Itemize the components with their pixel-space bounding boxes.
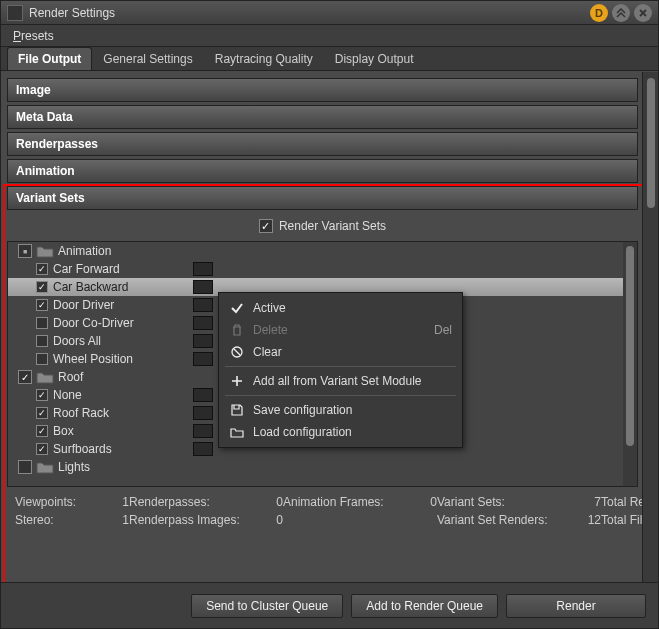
item-checkbox[interactable] bbox=[36, 389, 48, 401]
app-icon bbox=[7, 5, 23, 21]
folder-icon bbox=[36, 370, 54, 384]
item-checkbox[interactable] bbox=[36, 299, 48, 311]
viewpoints-value: 1 bbox=[105, 495, 129, 509]
ctx-save[interactable]: Save configuration bbox=[219, 399, 462, 421]
stereo-value: 1 bbox=[105, 513, 129, 527]
variant-thumb bbox=[193, 298, 213, 312]
menubar: Presets bbox=[1, 25, 658, 47]
ctx-clear[interactable]: Clear bbox=[219, 341, 462, 363]
tab-file-output[interactable]: File Output bbox=[7, 47, 92, 70]
variant-set-renders-value: 12 bbox=[577, 513, 601, 527]
tree-scrollbar[interactable] bbox=[623, 242, 637, 486]
add-queue-button[interactable]: Add to Render Queue bbox=[351, 594, 498, 618]
render-settings-window: Render Settings D Presets File Output Ge… bbox=[0, 0, 659, 629]
send-cluster-button[interactable]: Send to Cluster Queue bbox=[191, 594, 343, 618]
item-checkbox[interactable] bbox=[36, 425, 48, 437]
footer: Send to Cluster Queue Add to Render Queu… bbox=[1, 582, 658, 628]
save-icon bbox=[229, 403, 245, 417]
variant-thumb bbox=[193, 424, 213, 438]
tab-raytracing-quality[interactable]: Raytracing Quality bbox=[204, 47, 324, 70]
group-roof-label: Roof bbox=[58, 370, 83, 384]
renderpass-images-label: Renderpass Images: bbox=[129, 513, 259, 527]
ctx-separator bbox=[225, 366, 456, 367]
clear-icon bbox=[229, 345, 245, 359]
tab-display-output[interactable]: Display Output bbox=[324, 47, 425, 70]
reset-icon[interactable]: D bbox=[590, 4, 608, 22]
render-variant-sets-checkbox[interactable] bbox=[259, 219, 273, 233]
variant-thumb bbox=[193, 442, 213, 456]
ctx-add-all[interactable]: Add all from Variant Set Module bbox=[219, 370, 462, 392]
presets-menu[interactable]: Presets bbox=[9, 27, 58, 45]
variant-tree: Animation Car Forward Car Backward Door … bbox=[7, 241, 638, 487]
panel-renderpasses[interactable]: Renderpasses bbox=[7, 132, 638, 156]
ctx-load[interactable]: Load configuration bbox=[219, 421, 462, 443]
panels-column: Image Meta Data Renderpasses Animation V… bbox=[1, 72, 642, 582]
group-animation-label: Animation bbox=[58, 244, 111, 258]
ctx-separator bbox=[225, 395, 456, 396]
window-title: Render Settings bbox=[29, 6, 586, 20]
context-menu: Active Delete Del Clear bbox=[218, 292, 463, 448]
ctx-active[interactable]: Active bbox=[219, 297, 462, 319]
item-checkbox[interactable] bbox=[36, 407, 48, 419]
variant-set-renders-label: Variant Set Renders: bbox=[437, 513, 577, 527]
item-checkbox[interactable] bbox=[36, 353, 48, 365]
variant-thumb bbox=[193, 262, 213, 276]
item-checkbox[interactable] bbox=[36, 335, 48, 347]
titlebar: Render Settings D bbox=[1, 1, 658, 25]
render-variant-sets-label: Render Variant Sets bbox=[279, 219, 386, 233]
variant-sets-label: Variant Sets: bbox=[437, 495, 577, 509]
status-area: Viewpoints:1 Renderpasses:0 Animation Fr… bbox=[7, 487, 638, 529]
anim-frames-value: 0 bbox=[413, 495, 437, 509]
tab-bar: File Output General Settings Raytracing … bbox=[1, 47, 658, 71]
item-checkbox[interactable] bbox=[36, 317, 48, 329]
panel-animation[interactable]: Animation bbox=[7, 159, 638, 183]
panel-image[interactable]: Image bbox=[7, 78, 638, 102]
variant-sets-area: Variant Sets Render Variant Sets Animati… bbox=[7, 186, 638, 529]
check-icon bbox=[229, 301, 245, 315]
variant-thumb bbox=[193, 388, 213, 402]
close-icon[interactable] bbox=[634, 4, 652, 22]
panel-meta-data[interactable]: Meta Data bbox=[7, 105, 638, 129]
group-animation-checkbox[interactable] bbox=[18, 244, 32, 258]
renderpasses-label: Renderpasses: bbox=[129, 495, 259, 509]
stereo-label: Stereo: bbox=[15, 513, 105, 527]
variant-thumb bbox=[193, 334, 213, 348]
content-scrollbar[interactable] bbox=[642, 72, 658, 582]
panel-variant-sets[interactable]: Variant Sets bbox=[7, 186, 638, 210]
item-car-forward[interactable]: Car Forward bbox=[8, 260, 637, 278]
folder-icon bbox=[36, 244, 54, 258]
group-lights-label: Lights bbox=[58, 460, 90, 474]
variant-thumb bbox=[193, 406, 213, 420]
item-checkbox[interactable] bbox=[36, 443, 48, 455]
load-icon bbox=[229, 425, 245, 439]
plus-icon bbox=[229, 374, 245, 388]
group-roof-checkbox[interactable] bbox=[18, 370, 32, 384]
renderpasses-value: 0 bbox=[259, 495, 283, 509]
variant-thumb bbox=[193, 316, 213, 330]
render-variant-sets-row: Render Variant Sets bbox=[7, 213, 638, 241]
trash-icon bbox=[229, 323, 245, 337]
tab-general-settings[interactable]: General Settings bbox=[92, 47, 203, 70]
total-files-label: Total Files: bbox=[601, 513, 642, 527]
group-animation[interactable]: Animation bbox=[8, 242, 637, 260]
render-button[interactable]: Render bbox=[506, 594, 646, 618]
anim-frames-label: Animation Frames: bbox=[283, 495, 413, 509]
ctx-delete: Delete Del bbox=[219, 319, 462, 341]
group-lights[interactable]: Lights bbox=[8, 458, 637, 476]
item-checkbox[interactable] bbox=[36, 281, 48, 293]
ctx-delete-shortcut: Del bbox=[434, 323, 452, 337]
group-lights-checkbox[interactable] bbox=[18, 460, 32, 474]
renderpass-images-value: 0 bbox=[259, 513, 283, 527]
undock-icon[interactable] bbox=[612, 4, 630, 22]
variant-thumb bbox=[193, 352, 213, 366]
folder-icon bbox=[36, 460, 54, 474]
variant-thumb bbox=[193, 280, 213, 294]
item-checkbox[interactable] bbox=[36, 263, 48, 275]
variant-sets-value: 7 bbox=[577, 495, 601, 509]
viewpoints-label: Viewpoints: bbox=[15, 495, 105, 509]
total-renders-label: Total Renders: bbox=[601, 495, 642, 509]
content-area: Image Meta Data Renderpasses Animation V… bbox=[1, 72, 658, 582]
